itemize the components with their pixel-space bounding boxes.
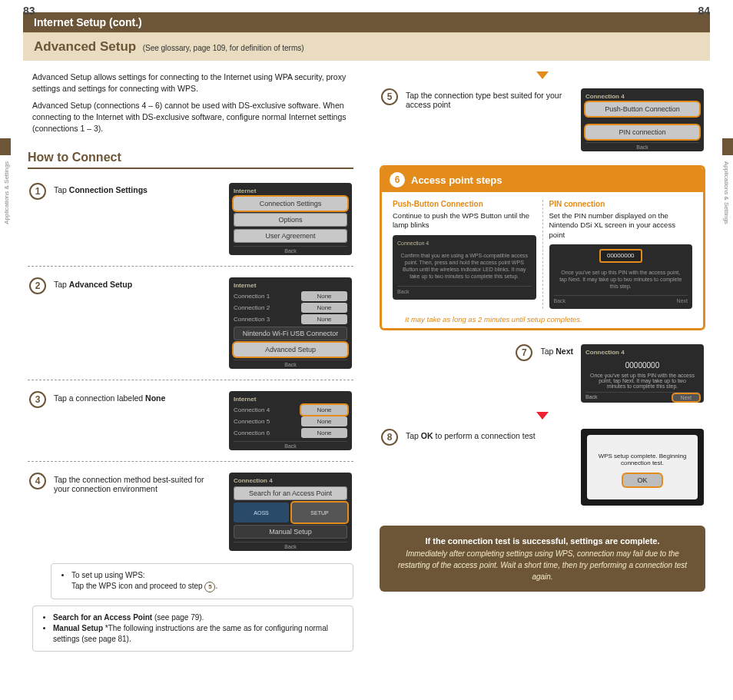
connection-6[interactable]: None (301, 428, 347, 438)
advanced-setup-button[interactable]: Advanced Setup (234, 343, 347, 357)
pin-connection-column: PIN connection Set the PIN number displa… (549, 200, 693, 309)
page-number-right: 84 (698, 5, 710, 17)
side-label: Applications & Settings (723, 161, 730, 224)
divider (28, 266, 353, 267)
step-text: Tap a connection labeled None (54, 391, 221, 403)
pin-code: 00000000 (599, 249, 642, 263)
sub-section-bar: Advanced Setup (See glossary, page 109, … (23, 32, 710, 61)
completion-note-box: If the connection test is successful, se… (380, 526, 705, 592)
manual-setup-button[interactable]: Manual Setup (234, 525, 347, 539)
screenshot-internet-menu: Internet Connection Settings Options Use… (229, 183, 352, 255)
step-number: 6 (390, 172, 405, 187)
setup-duration-note: It may take as long as 2 minutes until s… (382, 314, 703, 328)
back-button[interactable]: Back (585, 142, 699, 150)
section-bar: Internet Setup (cont.) (23, 12, 710, 32)
search-access-point-button[interactable]: Search for an Access Point (234, 486, 347, 500)
connection-4[interactable]: None (301, 405, 347, 415)
divider (28, 380, 353, 380)
side-label: Applications & Settings (3, 161, 10, 224)
screenshot-push-confirm: Connection 4 Confirm that you are using … (393, 235, 536, 300)
connection-2[interactable]: None (301, 303, 347, 313)
divider (28, 461, 353, 462)
user-agreement-button[interactable]: User Agreement (234, 229, 347, 243)
step-2: 2 Tap Advanced Setup Internet Connection… (28, 271, 353, 375)
step-text: Tap the connection type best suited for … (406, 88, 573, 109)
step-3: 3 Tap a connection labeled None Internet… (28, 385, 353, 456)
step-ref-5: 5 (204, 582, 215, 592)
step-7: 7 Tap Next Connection 4 00000000 Once yo… (380, 338, 705, 409)
push-button-column: Push-Button Connection Continue to push … (393, 200, 536, 309)
screenshot-connection-method: Connection 4 Search for an Access Point … (229, 473, 352, 551)
step-number: 2 (29, 277, 46, 294)
side-tab (722, 138, 733, 155)
step-number: 1 (29, 183, 46, 200)
column-divider (542, 200, 543, 309)
usb-connector-button[interactable]: Nintendo Wi-Fi USB Connector (234, 327, 347, 340)
step-text: Tap Connection Settings (54, 183, 221, 194)
sub-section-note: (See glossary, page 109, for definition … (143, 44, 304, 52)
how-to-connect-heading: How to Connect (28, 148, 353, 169)
section-title: Internet Setup (cont.) (34, 16, 142, 28)
back-button[interactable]: Back (234, 360, 347, 367)
step-8: 8 Tap OK to perform a connection test WP… (380, 423, 705, 512)
step-4: 4 Tap the connection method best-suited … (28, 466, 353, 557)
access-point-title: Access point steps (411, 174, 502, 186)
screenshot-tap-next: Connection 4 00000000 Once you've set up… (581, 344, 704, 403)
step-number: 3 (29, 391, 46, 408)
page-number-left: 83 (23, 5, 35, 17)
step-number: 5 (381, 88, 398, 105)
search-manual-tip-box: Search for an Access Point (see page 79)… (32, 605, 353, 652)
screenshot-pin-code: 00000000 Once you've set up this PIN wit… (549, 244, 693, 309)
screenshot-advanced-connections: Internet Connection 4None Connection 5No… (229, 391, 352, 450)
screenshot-connection-list: Internet Connection 1None Connection 2No… (229, 277, 352, 369)
wps-setup-icon[interactable]: SETUP (292, 503, 347, 523)
connection-settings-button[interactable]: Connection Settings (234, 197, 347, 211)
arrow-down-icon (536, 71, 549, 79)
right-column: 5 Tap the connection type best suited fo… (375, 61, 710, 665)
step-text: Tap Advanced Setup (54, 277, 221, 289)
step-number: 4 (29, 473, 46, 489)
connection-1[interactable]: None (301, 291, 347, 301)
wps-tip-box: To set up using WPS: Tap the WPS icon an… (51, 563, 353, 599)
back-button[interactable]: Back (234, 441, 347, 449)
step-number: 7 (516, 344, 532, 361)
step-number: 8 (381, 429, 398, 446)
manual-page-spread: 83 84 Applications & Settings Applicatio… (0, 0, 733, 681)
ok-button[interactable]: OK (623, 474, 661, 486)
step-text: Tap the connection method best-suited fo… (54, 473, 221, 493)
back-button[interactable]: Back (234, 542, 347, 549)
next-button[interactable]: Next (673, 394, 699, 401)
options-button[interactable]: Options (234, 213, 347, 227)
pin-connection[interactable]: PIN connection (585, 125, 699, 139)
connection-3[interactable]: None (301, 314, 347, 324)
screenshot-connection-type: Connection 4 Push-Button Connection PIN … (581, 88, 704, 151)
sub-section-title: Advanced Setup (34, 39, 136, 54)
side-tab (0, 138, 11, 155)
step-5: 5 Tap the connection type best suited fo… (380, 82, 705, 158)
screenshot-wps-complete: WPS setup complete. Beginning connection… (581, 429, 704, 506)
connection-5[interactable]: None (301, 416, 347, 426)
popup-message: WPS setup complete. Beginning connection… (593, 453, 692, 466)
intro-text: Advanced Setup allows settings for conne… (28, 68, 353, 137)
step-text: Tap OK to perform a connection test (406, 429, 573, 440)
step-text: Tap Next (540, 344, 573, 356)
step-1: 1 Tap Connection Settings Internet Conne… (28, 177, 353, 261)
left-column: Advanced Setup allows settings for conne… (23, 61, 358, 665)
access-point-steps-box: 6 Access point steps Push-Button Connect… (380, 165, 705, 330)
push-button-connection[interactable]: Push-Button Connection (585, 102, 699, 116)
back-button[interactable]: Back (585, 394, 598, 401)
arrow-down-icon (536, 412, 549, 420)
back-button[interactable]: Back (234, 246, 347, 254)
aoss-icon[interactable]: AOSS (234, 503, 289, 523)
